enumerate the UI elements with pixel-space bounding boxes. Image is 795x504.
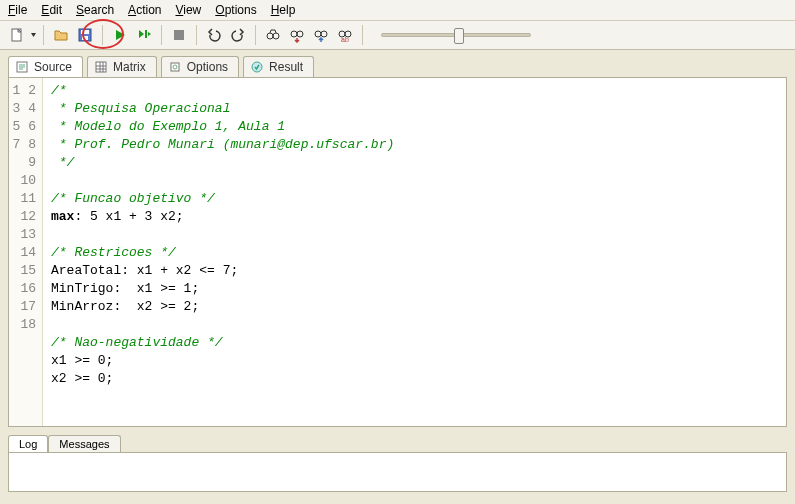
find-button[interactable]	[262, 24, 284, 46]
tab-log[interactable]: Log	[8, 435, 48, 452]
svg-point-8	[291, 31, 297, 37]
svg-rect-19	[96, 62, 106, 72]
matrix-tab-icon	[94, 60, 108, 74]
tab-matrix[interactable]: Matrix	[87, 56, 157, 77]
find-down-icon	[289, 27, 305, 43]
find-prev-button[interactable]	[310, 24, 332, 46]
menu-options[interactable]: Options	[215, 3, 256, 17]
find-replace-icon: ab	[337, 27, 353, 43]
redo-icon	[230, 27, 246, 43]
toolbar: ab	[0, 21, 795, 50]
play-icon	[113, 28, 127, 42]
undo-button[interactable]	[203, 24, 225, 46]
separator	[255, 25, 256, 45]
source-tab-icon	[15, 60, 29, 74]
slider-thumb[interactable]	[454, 28, 464, 44]
redo-button[interactable]	[227, 24, 249, 46]
separator	[43, 25, 44, 45]
svg-point-6	[267, 33, 273, 39]
menubar: File Edit Search Action View Options Hel…	[0, 0, 795, 21]
code-area[interactable]: /* * Pesquisa Operacional * Modelo do Ex…	[43, 78, 786, 426]
menu-search[interactable]: Search	[76, 3, 114, 17]
tab-label: Source	[34, 60, 72, 74]
editor-tabs: Source Matrix Options Result	[0, 50, 795, 77]
svg-rect-3	[82, 36, 88, 40]
options-tab-icon	[168, 60, 182, 74]
step-button[interactable]	[133, 24, 155, 46]
tab-label: Options	[187, 60, 228, 74]
binoculars-icon	[265, 27, 281, 43]
tab-source[interactable]: Source	[8, 56, 83, 77]
tab-messages[interactable]: Messages	[48, 435, 120, 452]
svg-rect-5	[174, 30, 184, 40]
menu-file[interactable]: File	[8, 3, 27, 17]
svg-point-7	[273, 33, 279, 39]
new-file-button[interactable]	[6, 24, 28, 46]
svg-point-11	[321, 31, 327, 37]
separator	[196, 25, 197, 45]
run-button[interactable]	[109, 24, 131, 46]
svg-rect-4	[145, 30, 147, 38]
tab-label: Messages	[59, 438, 109, 450]
separator	[362, 25, 363, 45]
save-file-button[interactable]	[74, 24, 96, 46]
bottom-tabs: Log Messages	[8, 435, 787, 452]
tab-label: Matrix	[113, 60, 146, 74]
svg-rect-24	[171, 63, 179, 71]
find-up-icon	[313, 27, 329, 43]
replace-button[interactable]: ab	[334, 24, 356, 46]
find-next-button[interactable]	[286, 24, 308, 46]
svg-point-10	[315, 31, 321, 37]
save-disk-icon	[77, 27, 93, 43]
menu-edit[interactable]: Edit	[41, 3, 62, 17]
tab-label: Log	[19, 438, 37, 450]
new-file-icon	[9, 27, 25, 43]
result-tab-icon	[250, 60, 264, 74]
svg-text:ab: ab	[341, 36, 349, 43]
separator	[102, 25, 103, 45]
step-run-icon	[136, 27, 152, 43]
log-panel[interactable]	[8, 452, 787, 492]
menu-view[interactable]: View	[175, 3, 201, 17]
separator	[161, 25, 162, 45]
code-editor[interactable]: 1 2 3 4 5 6 7 8 9 10 11 12 13 14 15 16 1…	[8, 77, 787, 427]
tab-label: Result	[269, 60, 303, 74]
tab-options[interactable]: Options	[161, 56, 239, 77]
svg-rect-2	[81, 30, 89, 34]
open-file-button[interactable]	[50, 24, 72, 46]
stop-button[interactable]	[168, 24, 190, 46]
line-number-gutter: 1 2 3 4 5 6 7 8 9 10 11 12 13 14 15 16 1…	[9, 78, 43, 426]
stop-icon	[172, 28, 186, 42]
dropdown-arrow-icon[interactable]	[30, 27, 37, 43]
menu-help[interactable]: Help	[271, 3, 296, 17]
tab-result[interactable]: Result	[243, 56, 314, 77]
open-folder-icon	[53, 27, 69, 43]
undo-icon	[206, 27, 222, 43]
zoom-slider[interactable]	[381, 33, 531, 37]
svg-point-9	[297, 31, 303, 37]
menu-action[interactable]: Action	[128, 3, 161, 17]
